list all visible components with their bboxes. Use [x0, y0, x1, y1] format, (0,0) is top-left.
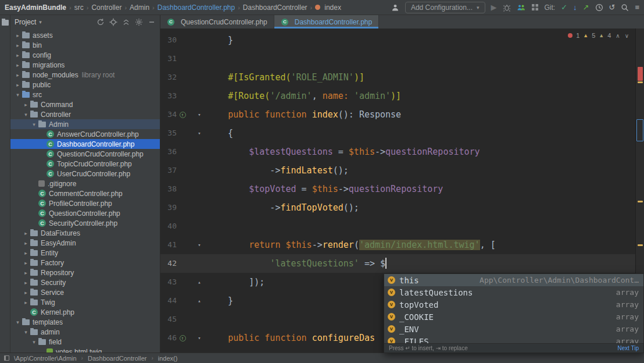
- code-line[interactable]: 31: [160, 49, 644, 68]
- prev-issue-icon[interactable]: ∧: [616, 33, 620, 39]
- status-method[interactable]: index(): [158, 355, 178, 362]
- code-line[interactable]: 41▾ return $this->render('admin/index.ht…: [160, 236, 644, 254]
- tree-item-questioncrudcontroller-php[interactable]: CQuestionCrudController.php: [10, 149, 160, 159]
- tree-item-src[interactable]: ▾src: [10, 90, 160, 99]
- user-profile-icon[interactable]: [391, 3, 399, 12]
- tree-item--gitignore[interactable]: .gitignore: [10, 179, 160, 188]
- expand-arrow-icon[interactable]: ▸: [22, 260, 30, 266]
- tree-item-commentcontroller-php[interactable]: CCommentController.php: [10, 188, 160, 198]
- tree-item-controller[interactable]: ▾Controller: [10, 109, 160, 119]
- fold-marker-icon[interactable]: ▾: [195, 124, 203, 143]
- completion-item[interactable]: vtopVotedarray: [384, 298, 643, 311]
- tree-item-field[interactable]: ▾field: [10, 337, 160, 347]
- expand-arrow-icon[interactable]: ▸: [22, 230, 30, 236]
- tree-item-entity[interactable]: ▸Entity: [10, 248, 160, 258]
- expand-arrow-icon[interactable]: ▾: [14, 319, 22, 325]
- tree-item-assets[interactable]: ▸assets: [10, 30, 160, 40]
- expand-arrow-icon[interactable]: ▸: [14, 82, 22, 88]
- stripe-mark[interactable]: [638, 81, 643, 83]
- collapse-all-icon[interactable]: [122, 18, 130, 26]
- code-line[interactable]: 42 'latestQuestions' => $: [160, 254, 644, 273]
- tree-item-admin[interactable]: ▾admin: [10, 327, 160, 337]
- tree-item-questioncontroller-php[interactable]: CQuestionController.php: [10, 208, 160, 218]
- code-line[interactable]: 35▾ {: [160, 124, 644, 143]
- tab-questioncrudcontroller[interactable]: C QuestionCrudController.php: [160, 15, 274, 29]
- expand-arrow-icon[interactable]: ▾: [14, 92, 22, 98]
- expand-arrow-icon[interactable]: ▸: [14, 62, 22, 68]
- expand-arrow-icon[interactable]: ▸: [22, 250, 30, 256]
- fold-marker-icon[interactable]: ▴: [195, 291, 203, 310]
- code-line[interactable]: 40: [160, 217, 644, 236]
- expand-arrow-icon[interactable]: ▸: [14, 52, 22, 58]
- code-line[interactable]: 38 $topVoted = $this->questionRepository: [160, 180, 644, 198]
- expand-arrow-icon[interactable]: ▸: [14, 33, 22, 38]
- code-line[interactable]: 32 #[IsGranted('ROLE_ADMIN')]: [160, 68, 644, 87]
- tree-item-easyadmin[interactable]: ▸EasyAdmin: [10, 238, 160, 248]
- git-update-icon[interactable]: ↓: [573, 3, 577, 11]
- breadcrumb-file[interactable]: DashboardController.php: [158, 3, 235, 12]
- expand-arrow-icon[interactable]: ▸: [22, 290, 30, 296]
- fold-marker-icon[interactable]: ▾: [195, 105, 203, 124]
- undo-icon[interactable]: ↺: [609, 3, 616, 11]
- fold-marker-icon[interactable]: ▾: [195, 329, 203, 347]
- tree-item-repository[interactable]: ▸Repository: [10, 268, 160, 277]
- code-line[interactable]: 36 $latestQuestions = $this->questionRep…: [160, 143, 644, 161]
- breadcrumb-admin[interactable]: Admin: [130, 3, 149, 12]
- tree-item-config[interactable]: ▸config: [10, 50, 160, 60]
- code-with-me-icon[interactable]: [517, 3, 525, 12]
- override-gutter-icon[interactable]: ↑: [177, 329, 188, 347]
- code-line[interactable]: 33 #[Route('/admin', name: 'admin')]: [160, 87, 644, 105]
- sync-icon[interactable]: [96, 18, 105, 26]
- git-commit-icon[interactable]: ✓: [561, 3, 567, 11]
- tree-item-node-modules[interactable]: ▸node_moduleslibrary root: [10, 70, 160, 80]
- code-line[interactable]: 39 ->findTopVoted();: [160, 198, 644, 217]
- expand-arrow-icon[interactable]: ▾: [30, 122, 38, 127]
- expand-arrow-icon[interactable]: ▸: [14, 72, 22, 78]
- tree-item-security[interactable]: ▸Security: [10, 277, 160, 287]
- tree-item-templates[interactable]: ▾templates: [10, 317, 160, 327]
- status-namespace[interactable]: \App\Controller\Admin: [14, 355, 77, 362]
- breadcrumb-controller[interactable]: Controller: [91, 3, 121, 12]
- expand-arrow-icon[interactable]: ▾: [22, 112, 30, 118]
- hide-panel-icon[interactable]: [148, 18, 156, 26]
- search-icon[interactable]: [621, 3, 629, 12]
- run-button[interactable]: ▶: [491, 3, 497, 11]
- tree-item-kernel-php[interactable]: CKernel.php: [10, 307, 160, 317]
- tree-item-admin[interactable]: ▾Admin: [10, 119, 160, 129]
- next-tip-link[interactable]: Next Tip: [617, 345, 639, 351]
- stripe-mark[interactable]: [638, 201, 643, 202]
- history-clock-icon[interactable]: [595, 3, 603, 12]
- expand-arrow-icon[interactable]: ▸: [22, 300, 30, 305]
- tree-item-command[interactable]: ▸Command: [10, 99, 160, 109]
- breadcrumb-project[interactable]: EasyAdminBundle: [5, 3, 66, 12]
- stripe-mark[interactable]: [638, 67, 643, 81]
- expand-arrow-icon[interactable]: ▾: [30, 339, 38, 345]
- breadcrumb-method[interactable]: index: [324, 3, 341, 12]
- tree-item-bin[interactable]: ▸bin: [10, 40, 160, 50]
- completion-item[interactable]: v_COOKIEarray: [384, 311, 643, 323]
- override-gutter-icon[interactable]: ↑: [177, 105, 188, 124]
- tree-item-profilecontroller-php[interactable]: CProfileController.php: [10, 198, 160, 208]
- gear-icon[interactable]: [135, 18, 143, 26]
- expand-arrow-icon[interactable]: ▸: [22, 102, 30, 108]
- completion-item[interactable]: vlatestQuestionsarray: [384, 286, 643, 298]
- tree-item-dashboardcontroller-php[interactable]: CDashboardController.php: [10, 139, 160, 149]
- tree-item-topiccrudcontroller-php[interactable]: CTopicCrudController.php: [10, 159, 160, 169]
- status-class[interactable]: DashboardController: [88, 355, 147, 362]
- tree-item-migrations[interactable]: ▸migrations: [10, 60, 160, 70]
- expand-arrow-icon[interactable]: ▸: [22, 240, 30, 246]
- expand-arrow-icon[interactable]: ▸: [22, 270, 30, 276]
- scrollbar-thumb[interactable]: [636, 119, 643, 141]
- chevron-down-icon[interactable]: ▾: [39, 19, 42, 25]
- tree-item-datafixtures[interactable]: ▸DataFixtures: [10, 228, 160, 238]
- tree-item-answercrudcontroller-php[interactable]: CAnswerCrudController.php: [10, 129, 160, 139]
- stripe-mark[interactable]: [638, 244, 643, 246]
- fold-marker-icon[interactable]: ▴: [195, 273, 203, 291]
- project-panel-title[interactable]: Project: [15, 18, 36, 26]
- git-push-icon[interactable]: ↗: [583, 3, 589, 11]
- tree-item-securitycontroller-php[interactable]: CSecurityController.php: [10, 218, 160, 228]
- tree-item-usercrudcontroller-php[interactable]: CUserCrudController.php: [10, 169, 160, 179]
- toolwindow-toggle-icon[interactable]: [4, 355, 9, 361]
- tree-item-votes-html-twig[interactable]: votes.html.twig: [10, 347, 160, 353]
- completion-item[interactable]: v_FILESarray: [384, 335, 643, 343]
